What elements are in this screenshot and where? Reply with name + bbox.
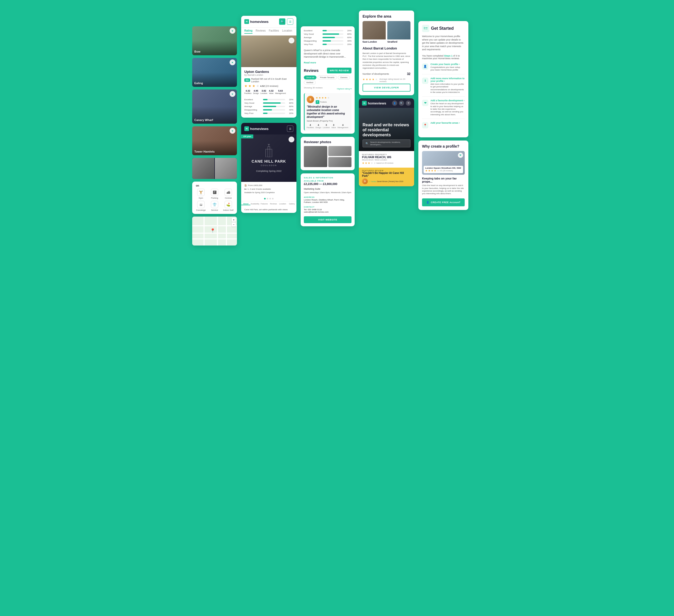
favorite-btn-ealing[interactable]: ♥ [230, 59, 235, 65]
bar-excellent: Excellent 20% [244, 99, 293, 101]
golf-icon: ⛳ [225, 201, 232, 208]
step-3-favorite-dev: ❤ Add a favourite development › Click th… [422, 99, 465, 119]
menu-button[interactable]: ☰ [287, 18, 293, 25]
homeviews-logo[interactable]: H homeviews [244, 19, 268, 24]
bar-average: Average 60% [244, 105, 293, 108]
tab-reviews[interactable]: Reviews [256, 29, 266, 34]
gallery-strip [192, 158, 237, 179]
app-nav-menu-btn[interactable]: ☰ [406, 101, 411, 106]
cane-hill-menu-btn[interactable]: ☰ [287, 126, 293, 132]
dot-1[interactable] [264, 198, 266, 199]
step-3-title[interactable]: Add a favourite development › [431, 99, 465, 102]
cane-hill-logo[interactable]: H homeviews [244, 126, 268, 131]
create-account-label: CREATE FREE AccounT [431, 201, 460, 204]
amenity-central[interactable]: 🏙 Central [222, 189, 234, 199]
developer-stars: ★★★★★ Average rating based on 23 reviews [362, 78, 411, 83]
mini-map: 📍 + − [192, 216, 237, 246]
reviewer-avatar: S [307, 96, 314, 103]
tab-reviews-cane[interactable]: Reviews [269, 203, 278, 205]
property-description: Queen's Wharf is a prime riverside devel… [304, 49, 351, 59]
step-2-title[interactable]: Add more more information to your profil… [431, 77, 465, 83]
sort-dropdown[interactable]: Highest rating ▾ [337, 88, 351, 90]
tab-facilities[interactable]: Facilities [269, 29, 279, 34]
favorite-btn-canary[interactable]: ♥ [230, 91, 235, 97]
carousel-dots [241, 196, 297, 201]
read-more-link[interactable]: Read more [304, 61, 316, 64]
tab-gallery-cane[interactable]: Gallery [287, 203, 297, 205]
filter-verified[interactable]: Verified [304, 81, 316, 85]
tab-rating[interactable]: Rating [244, 29, 252, 34]
step-3-icon: ❤ [422, 100, 428, 106]
amenity-parking[interactable]: 🅿 Parking [209, 189, 221, 199]
homeviews-logo-icon: H [244, 19, 249, 24]
featured-review-count: based on 26 reviews [376, 162, 394, 164]
location-label-canary: Canary Wharf [194, 118, 213, 122]
amenity-service[interactable]: 👕 Service [209, 201, 221, 211]
favorite-btn-bow[interactable]: ♥ [230, 28, 235, 34]
amenity-gym[interactable]: 🏋 Gym [195, 189, 207, 199]
explore-east-london[interactable]: East London [362, 21, 386, 43]
property-detail-column: H homeviews 🔍 ☰ Rating Reviews Facilitie… [241, 16, 297, 213]
filter-private[interactable]: Private Tenants [318, 75, 337, 80]
dot-2[interactable] [267, 198, 268, 199]
barratt-about-title: About Barrat London [362, 46, 411, 50]
search-button[interactable]: 🔍 [279, 18, 286, 25]
keeping-tabs-title: Keeping tabs on your fav prope... [422, 177, 465, 183]
explore-stratford[interactable]: Stratford [387, 21, 411, 43]
why-prop-name: London Square Streatham Hill, SW2 [425, 167, 461, 169]
review-star-1: ★ [316, 96, 318, 99]
why-heart-icon[interactable]: ❤ [458, 153, 463, 158]
explore-column: Explore the area East London Stratford A… [359, 11, 414, 186]
stars-row: ★ ★ ★ ★ 4.52 (23 reviews) [244, 84, 293, 88]
photo-3 [328, 157, 352, 167]
filter-showall[interactable]: Show all [304, 75, 317, 80]
review-scores: 4 Facilities 4 Design 3 Location 3 Value [307, 124, 349, 128]
write-review-button[interactable]: WRITE REVIEW [327, 67, 351, 73]
location-card-tower[interactable]: ♥ Tower Hamlets [192, 126, 237, 155]
tab-features[interactable]: Features [259, 203, 269, 205]
featured-reviewer: S ✓ Verified Sarah Brown (Tenant) Nov 20… [362, 178, 411, 184]
app-nav-search-btn[interactable]: 🔍 [399, 101, 404, 106]
rating-text: 4.52 (23 reviews) [260, 85, 278, 88]
location-card-bow[interactable]: ♥ Bow [192, 26, 237, 55]
why-prop-info: London Square Streatham Hill, SW2 ★★★★★ … [424, 166, 463, 173]
available-from-label: AVAILABLE FROM [304, 180, 351, 182]
app-nav-profile-btn[interactable]: 👤 [392, 101, 397, 106]
amenity-golf[interactable]: ⛳ Indoor Golf [222, 201, 234, 211]
property-developer: by Barratt London [244, 74, 293, 76]
favorite-btn-tower[interactable]: ♥ [230, 128, 235, 134]
amenity-concierge[interactable]: 🛎 Concierge [195, 201, 207, 211]
location-card-canary[interactable]: ♥ Canary Wharf [192, 90, 237, 124]
property-favorite-btn[interactable]: ♡ [289, 38, 294, 43]
app-search-bar[interactable]: 🔍 Search developments, locations, develo… [362, 139, 411, 147]
step-4-title[interactable]: Add your favourite areas › [431, 122, 460, 124]
featured-review-date: Nov 2019 [396, 180, 403, 182]
dot-3[interactable] [269, 198, 271, 199]
featured-property-name: FULHAM REACH, W6 [362, 156, 411, 159]
view-developer-button[interactable]: VIEW DEVELOPER [362, 84, 411, 92]
reviewer-photos-card: Reviewer photos [301, 137, 355, 170]
location-card-ealing[interactable]: ♥ Ealing [192, 58, 237, 87]
tab-location[interactable]: Location [282, 29, 292, 34]
service-icon: 👕 [211, 201, 218, 208]
progress-text: You have completed Steps 1 of 4 to maxim… [422, 54, 465, 60]
visit-website-button[interactable]: VISIT WEBSITE [304, 216, 351, 223]
stratford-img [387, 21, 411, 39]
create-account-button[interactable]: 👤 CREATE FREE AccounT [422, 198, 465, 206]
rating-review-count: Average rating based on 23 reviews [379, 78, 411, 83]
tab-availability[interactable]: Availability [250, 203, 259, 205]
tab-about[interactable]: About [241, 203, 250, 205]
dot-4[interactable] [272, 198, 273, 199]
app-nav-logo[interactable]: H homeviews [362, 101, 386, 106]
map-zoom-out[interactable]: − [232, 222, 236, 226]
step-1-title[interactable]: Create your basic profile › [431, 63, 465, 65]
featured-review-section: FEATURED REVIEW "Couldn't Be Happier At … [359, 168, 414, 186]
sub-ratings: 4.32 Facilities 4.95 Design 3.82 Locatio… [244, 90, 293, 94]
cane-hill-fav-btn[interactable]: ♡ [289, 137, 294, 142]
explore-images: East London Stratford [362, 21, 411, 43]
property-name: Upton Gardens [244, 70, 293, 74]
map-zoom-in[interactable]: + [232, 217, 236, 222]
tab-location-cane[interactable]: Location [278, 203, 287, 205]
central-icon: 🏙 [225, 189, 232, 196]
filter-owners[interactable]: Owners [338, 75, 350, 80]
